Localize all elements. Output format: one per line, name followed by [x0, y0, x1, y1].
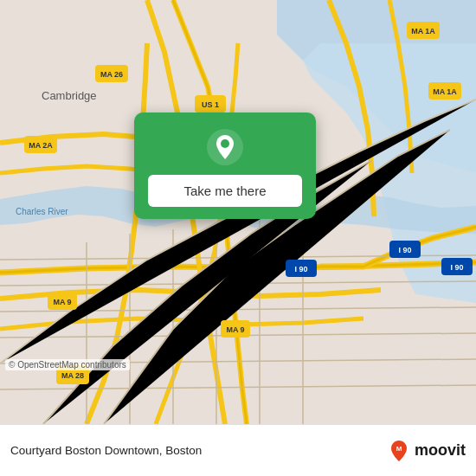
svg-text:MA 9: MA 9 [226, 325, 244, 334]
svg-point-41 [221, 139, 229, 148]
osm-credit: © OpenStreetMap contributors [5, 359, 130, 370]
svg-text:I 90: I 90 [398, 246, 411, 254]
svg-text:Cambridge: Cambridge [42, 89, 97, 102]
svg-text:MA 2A: MA 2A [29, 141, 53, 150]
moovit-logo: M moovit [387, 439, 466, 463]
bottom-bar: Courtyard Boston Downtown, Boston M moov… [0, 424, 476, 476]
map-container: MA 28 MA 9 MA 9 MA 2A MA 3 MA 26 US 1 MA… [0, 0, 476, 424]
moovit-label: moovit [415, 441, 466, 460]
location-text: Courtyard Boston Downtown, Boston [10, 444, 387, 457]
svg-text:MA 1A: MA 1A [433, 87, 457, 96]
moovit-icon: M [387, 439, 411, 463]
svg-text:MA 26: MA 26 [100, 70, 123, 79]
svg-text:I 90: I 90 [294, 265, 307, 273]
svg-text:I 90: I 90 [450, 263, 463, 272]
take-me-there-button[interactable]: Take me there [148, 175, 302, 207]
map-pin-icon [206, 128, 244, 166]
svg-text:US 1: US 1 [202, 100, 219, 109]
svg-text:Charles River: Charles River [16, 207, 68, 216]
location-popup: Take me there [134, 113, 316, 219]
svg-text:MA 28: MA 28 [61, 371, 84, 380]
svg-text:MA 1A: MA 1A [411, 27, 435, 35]
svg-text:MA 9: MA 9 [53, 298, 71, 306]
svg-text:M: M [396, 445, 402, 453]
